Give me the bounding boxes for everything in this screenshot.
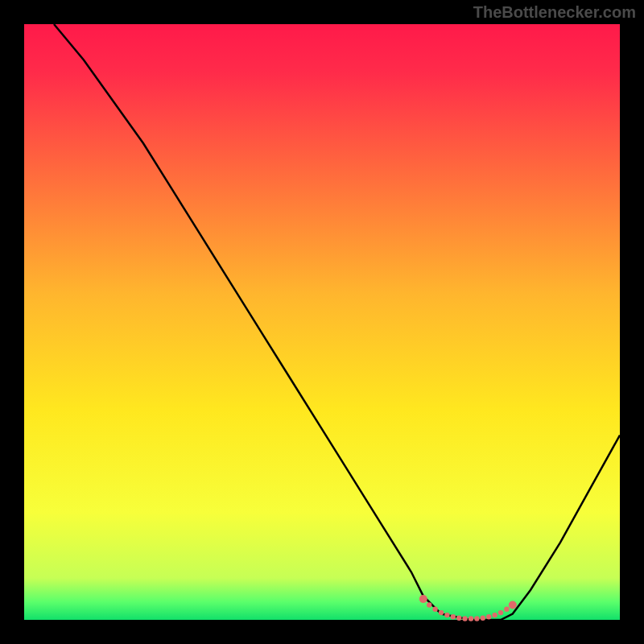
marker-dot (439, 610, 444, 615)
marker-dot (451, 614, 456, 619)
marker-dot (427, 602, 431, 607)
bottleneck-chart (0, 0, 644, 644)
marker-dot (492, 613, 497, 617)
watermark-text: TheBottlenecker.com (473, 3, 636, 22)
marker-dot (462, 616, 467, 621)
marker-dot (481, 616, 485, 621)
marker-dot (419, 595, 427, 603)
marker-dot (444, 613, 449, 617)
plot-background (24, 24, 620, 620)
marker-dot (456, 616, 461, 621)
marker-dot (469, 616, 473, 621)
marker-dot (498, 610, 503, 615)
chart-frame: TheBottlenecker.com (0, 0, 644, 644)
marker-dot (504, 607, 509, 612)
marker-dot (474, 616, 479, 621)
marker-dot (486, 614, 491, 619)
marker-dot (432, 607, 437, 612)
marker-dot (509, 601, 517, 609)
